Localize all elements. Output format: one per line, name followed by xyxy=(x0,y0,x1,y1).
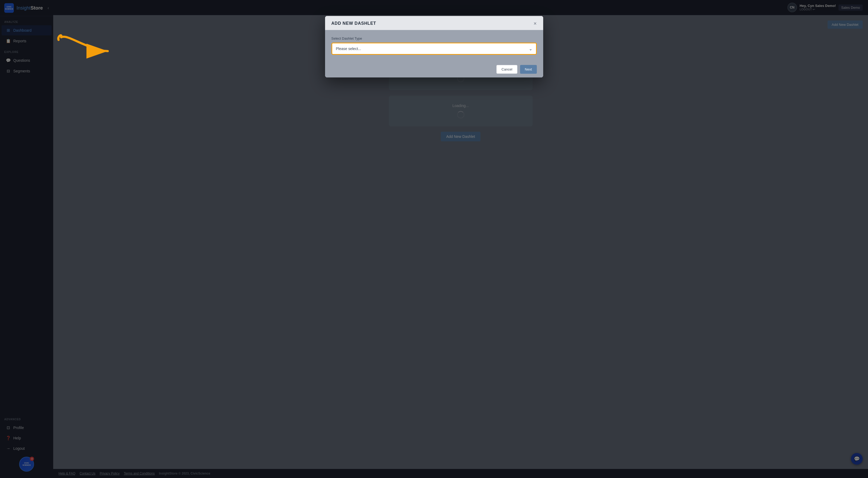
modal-overlay: ADD NEW DASHLET × Select Dashlet Type Pl… xyxy=(0,0,868,478)
next-button[interactable]: Next xyxy=(520,65,537,74)
dashlet-type-select-wrapper: Please select...ChartTableMetricMap ⌄ xyxy=(332,42,537,55)
modal-title: ADD NEW DASHLET xyxy=(332,21,376,26)
modal-close-button[interactable]: × xyxy=(534,21,537,26)
modal-footer: Cancel Next xyxy=(325,61,543,78)
dashlet-type-label: Select Dashlet Type xyxy=(332,36,537,40)
modal-body: Select Dashlet Type Please select...Char… xyxy=(325,30,543,61)
add-dashlet-modal: ADD NEW DASHLET × Select Dashlet Type Pl… xyxy=(325,16,543,78)
cancel-button[interactable]: Cancel xyxy=(496,65,517,74)
modal-header: ADD NEW DASHLET × xyxy=(325,16,543,30)
arrow-annotation xyxy=(56,32,109,65)
dashlet-type-select[interactable]: Please select...ChartTableMetricMap xyxy=(332,43,536,54)
